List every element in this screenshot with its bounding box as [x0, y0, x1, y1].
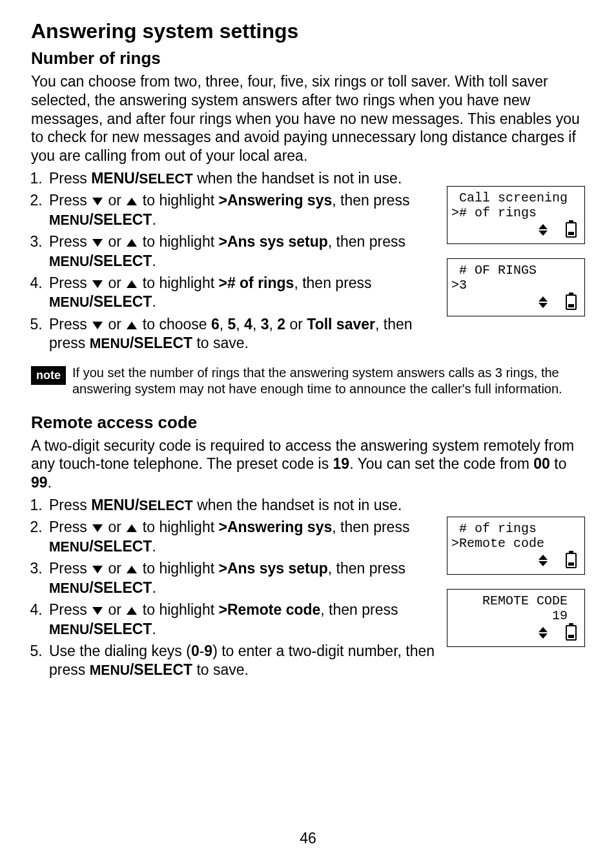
down-arrow-icon [92, 524, 103, 532]
text: . [152, 252, 156, 269]
lcd-screen-remote-code-menu: # of rings >Remote code [447, 517, 585, 575]
note-badge: note [31, 366, 66, 385]
text: /SELECT [89, 579, 152, 596]
text: , then press [320, 601, 398, 618]
text: , then press [328, 233, 406, 250]
up-arrow-icon [127, 322, 137, 329]
note-block: note If you set the number of rings that… [31, 365, 585, 397]
text: /SELECT [89, 211, 152, 228]
text: . You can set the code from [349, 455, 533, 472]
step-item: Press or to highlight >Answering sys, th… [46, 191, 443, 229]
up-arrow-icon [127, 566, 137, 573]
text: SELECT [139, 171, 192, 186]
text: MENU [49, 581, 89, 595]
step-item: Use the dialing keys (0-9) to enter a tw… [46, 642, 443, 680]
text: to highlight [138, 560, 218, 577]
text: , [236, 316, 244, 333]
text: 3 [261, 316, 269, 333]
text: , [252, 316, 261, 333]
text: , then press [328, 560, 406, 577]
text: 9 [204, 643, 212, 659]
text: , then press [332, 519, 409, 535]
text: MENU/ [91, 497, 139, 513]
text: Toll saver [307, 316, 375, 333]
text: to highlight [138, 601, 218, 618]
lcd-line: REMOTE CODE [451, 593, 580, 608]
text: Press [49, 233, 91, 250]
text: when the handset is not in use. [193, 170, 402, 187]
text: . [152, 579, 156, 596]
text: 4 [244, 316, 252, 333]
text: Press [49, 601, 91, 618]
text: MENU [49, 539, 89, 554]
step-item: Press or to highlight ># of rings, then … [46, 274, 443, 312]
text: Use the dialing keys ( [49, 643, 191, 659]
section-heading-number-of-rings: Number of rings [31, 48, 585, 68]
text: to highlight [138, 519, 218, 535]
text: . [152, 293, 156, 310]
lcd-line: ># of rings [451, 205, 580, 220]
text: to save. [192, 661, 249, 678]
text: . [152, 621, 156, 637]
text: Press [49, 316, 91, 333]
lcd-screen-num-rings: # OF RINGS >3 [447, 258, 585, 316]
text: or [104, 274, 125, 291]
text: 5 [228, 316, 236, 333]
text: or [104, 560, 125, 577]
text: /SELECT [130, 661, 192, 678]
text: >Remote code [218, 601, 320, 618]
lcd-line: # of rings [451, 521, 580, 536]
up-down-nav-icon [539, 555, 548, 566]
note-text: If you set the number of rings that the … [72, 365, 585, 397]
text: or [104, 233, 125, 250]
text: to highlight [138, 233, 218, 250]
step-item: Press MENU/SELECT when the handset is no… [46, 496, 585, 515]
text: >Ans sys setup [218, 560, 327, 577]
page-title: Answering system settings [31, 19, 585, 43]
text: when the handset is not in use. [193, 497, 402, 513]
text: 00 [533, 455, 550, 472]
text: Press [49, 192, 91, 209]
text: 19 [333, 455, 350, 472]
lcd-line: Call screening [451, 190, 580, 205]
text: , then press [332, 192, 409, 209]
text: to highlight [138, 274, 218, 291]
text: to [550, 455, 567, 472]
text: 99 [31, 474, 48, 491]
text: ># of rings [218, 274, 294, 291]
text: >Answering sys [218, 192, 332, 209]
text: Press [49, 497, 91, 513]
step-item: Press or to highlight >Remote code, then… [46, 601, 443, 639]
intro-paragraph-1: You can choose from two, three, four, fi… [31, 72, 585, 165]
down-arrow-icon [92, 239, 103, 247]
down-arrow-icon [92, 198, 103, 205]
lcd-screen-call-screening: Call screening ># of rings [447, 186, 585, 244]
text: , [269, 316, 277, 333]
text: SELECT [139, 498, 192, 513]
text: Press [49, 560, 91, 577]
text: 6 [211, 316, 220, 333]
text: Press [49, 170, 91, 187]
up-arrow-icon [127, 607, 137, 615]
text: Press [49, 274, 91, 291]
battery-icon [566, 553, 577, 568]
text: 0 [191, 643, 200, 659]
down-arrow-icon [92, 322, 103, 329]
battery-icon [566, 294, 577, 310]
text: /SELECT [89, 621, 152, 637]
page-number: 46 [0, 830, 616, 847]
text: or [285, 316, 307, 333]
text: to highlight [138, 192, 218, 209]
up-arrow-icon [127, 239, 137, 247]
text: MENU [49, 212, 89, 227]
text: or [104, 601, 125, 618]
step-item: Press or to highlight >Ans sys setup, th… [46, 559, 443, 597]
text: MENU [49, 622, 89, 637]
up-arrow-icon [127, 524, 137, 532]
down-arrow-icon [92, 566, 103, 573]
text: or [104, 519, 125, 535]
text: to choose [138, 316, 211, 333]
text: /SELECT [89, 252, 152, 269]
step-item: Press or to highlight >Answering sys, th… [46, 518, 443, 556]
text: >Ans sys setup [218, 233, 327, 250]
